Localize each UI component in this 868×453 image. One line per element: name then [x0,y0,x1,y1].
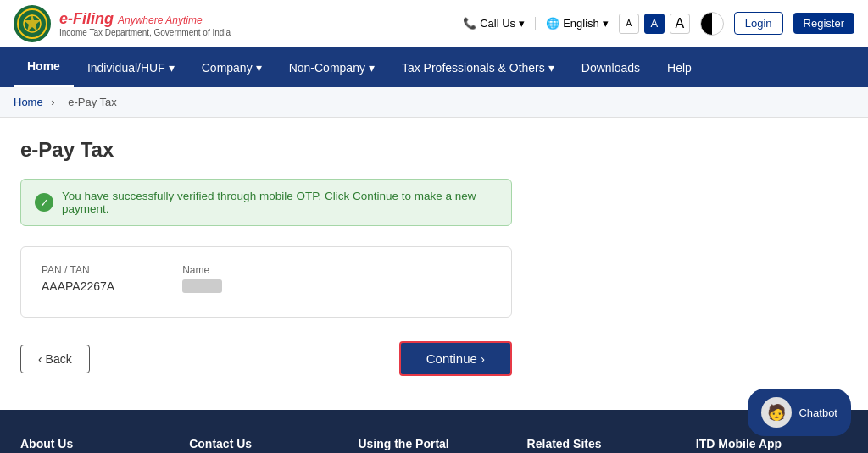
nav-home[interactable]: Home [14,47,74,87]
main-nav: Home Individual/HUF ▾ Company ▾ Non-Comp… [0,47,868,87]
phone-icon: 📞 [463,17,476,30]
login-button[interactable]: Login [734,12,783,35]
footer-related-title: Related Sites [527,437,679,450]
footer-portal-title: Using the Portal [358,437,509,450]
globe-icon: 🌐 [546,17,559,30]
name-label: Name [182,264,222,276]
chatbot-avatar: 🧑 [761,397,792,428]
nav-downloads[interactable]: Downloads [568,49,654,86]
breadcrumb-current: e-Pay Tax [68,96,117,108]
chatbot-button[interactable]: 🧑 Chatbot [748,389,851,436]
call-us-button[interactable]: 📞 Call Us ▾ [463,17,536,30]
success-message: You have successfully verified through m… [62,190,498,215]
font-medium-button[interactable]: A [644,14,665,34]
info-row: PAN / TAN AAAPA2267A Name [42,264,491,293]
logo-subtitle: Income Tax Department, Government of Ind… [59,28,231,37]
breadcrumb: Home › e-Pay Tax [0,87,868,118]
contrast-toggle[interactable] [700,12,724,36]
continue-button[interactable]: Continue › [399,341,512,376]
footer-about-title: About Us [20,437,172,450]
pan-tan-label: PAN / TAN [42,264,114,276]
footer-app-title: ITD Mobile App [696,437,848,450]
header-right: 📞 Call Us ▾ 🌐 English ▾ A A A Login Regi… [463,12,854,36]
pan-tan-value: AAAPA2267A [42,279,114,293]
logo-title: e-Filing Anywhere Anytime [59,10,231,28]
footer: About Us About the Portal History of Dir… [0,410,868,453]
logo-text: e-Filing Anywhere Anytime Income Tax Dep… [59,10,231,37]
footer-about-us: About Us About the Portal History of Dir… [20,437,172,453]
nav-tax-professionals[interactable]: Tax Professionals & Others ▾ [388,49,568,86]
logo-tagline: Anywhere Anytime [118,14,203,26]
dropdown-arrow: ▾ [603,17,609,30]
dropdown-arrow: ▾ [169,61,175,75]
language-selector[interactable]: 🌐 English ▾ [546,17,609,30]
footer-grid: About Us About the Portal History of Dir… [20,437,848,453]
footer-contact-us: Contact Us Helpdesk Numbers Grievances V… [189,437,341,453]
chatbot-label: Chatbot [798,406,837,419]
footer-contact-title: Contact Us [189,437,341,450]
name-field: Name [182,264,222,293]
nav-company[interactable]: Company ▾ [188,49,275,86]
page-title: e-Pay Tax [20,138,848,162]
logo-emblem [14,5,51,42]
register-button[interactable]: Register [793,13,854,34]
dropdown-arrow: ▾ [369,61,375,75]
footer-mobile-app: ITD Mobile App ▶ GET IT ON Google play 🍎… [696,437,848,453]
name-value [182,279,222,293]
main-content: e-Pay Tax ✓ You have successfully verifi… [0,118,868,410]
nav-help[interactable]: Help [654,49,705,86]
font-controls: A A A [619,14,690,34]
dropdown-arrow: ▾ [256,61,262,75]
nav-individual-huf[interactable]: Individual/HUF ▾ [74,49,188,86]
back-button[interactable]: ‹ Back [20,345,90,373]
dropdown-arrow: ▾ [548,61,554,75]
breadcrumb-separator: › [51,96,54,108]
dropdown-arrow: ▾ [519,17,525,30]
font-large-button[interactable]: A [670,14,690,34]
footer-related-sites: Related Sites Income Tax India NSDL ↗ TR… [527,437,679,453]
logo-area: e-Filing Anywhere Anytime Income Tax Dep… [14,5,231,42]
font-small-button[interactable]: A [619,14,639,34]
pan-tan-field: PAN / TAN AAAPA2267A [42,264,114,293]
nav-non-company[interactable]: Non-Company ▾ [275,49,388,86]
top-header: e-Filing Anywhere Anytime Income Tax Dep… [0,0,868,47]
info-card: PAN / TAN AAAPA2267A Name [20,246,512,318]
breadcrumb-home[interactable]: Home [14,96,43,108]
check-icon: ✓ [35,193,53,212]
success-alert: ✓ You have successfully verified through… [20,179,512,226]
footer-using-portal: Using the Portal Website Policies Access… [358,437,509,453]
action-row: ‹ Back Continue › [20,341,512,376]
